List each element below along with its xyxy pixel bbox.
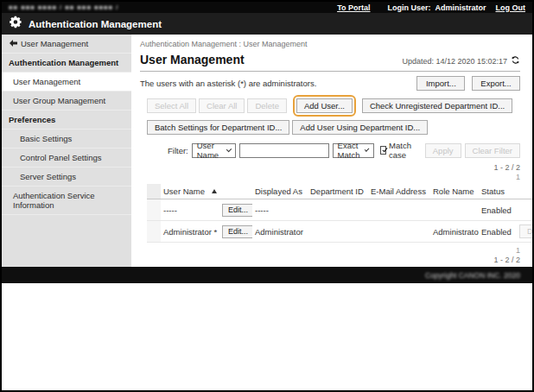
edit-button[interactable]: Edit... xyxy=(222,204,252,217)
sidebar-item-basic-settings[interactable]: Basic Settings xyxy=(2,130,131,149)
cell-role-name: Administrator xyxy=(430,221,479,243)
breadcrumb: Authentication Management : User Managem… xyxy=(140,40,520,48)
header-role-name: Role Name xyxy=(430,184,479,199)
cell-status: Enabled xyxy=(479,199,517,221)
sidebar-item-user-group-management[interactable]: User Group Management xyxy=(2,92,131,111)
filter-keyword-input[interactable] xyxy=(239,143,329,158)
table-header-row: User Name Displayed As Department ID E-M… xyxy=(147,184,532,199)
header-action-column xyxy=(517,184,532,199)
disable-button[interactable]: Disable xyxy=(519,224,532,238)
filter-match-value: Exact Match xyxy=(338,141,366,160)
batch-settings-department-id-button[interactable]: Batch Settings for Department ID... xyxy=(147,120,289,135)
main-content: Authentication Management : User Managem… xyxy=(131,35,532,267)
browser-page: ■■ ■■■ ■■■■ / ■■ ■■■ ■■■■ / To Portal Lo… xyxy=(0,0,534,392)
cell-user-name: Administrator xyxy=(163,227,212,237)
match-case-checkbox[interactable]: Match case xyxy=(380,141,418,160)
user-table: User Name Displayed As Department ID E-M… xyxy=(147,184,532,243)
header-edit-column xyxy=(219,184,252,199)
cell-displayed-as: ----- xyxy=(252,199,308,221)
header-status: Status xyxy=(479,184,517,199)
sidebar-item-authentication-service-information[interactable]: Authentication Service Information xyxy=(2,187,131,215)
pagination-range: 1 - 2 / 2 xyxy=(140,163,520,173)
sort-ascending-icon[interactable] xyxy=(212,189,217,193)
header-department-id: Department ID xyxy=(308,184,368,199)
to-portal-link[interactable]: To Portal xyxy=(337,3,370,12)
app-title: Authentication Management xyxy=(29,19,162,29)
import-button[interactable]: Import... xyxy=(416,76,465,91)
cell-role-name xyxy=(430,199,479,221)
table-row: ----- Edit... ----- Enabled xyxy=(147,199,532,221)
footer-bar: Copyright CANON INC. 2020 xyxy=(2,267,532,283)
add-user-using-department-id-button[interactable]: Add User Using Department ID... xyxy=(292,120,428,135)
edit-button[interactable]: Edit... xyxy=(222,225,252,238)
cell-email xyxy=(368,221,430,243)
pagination-page-number[interactable]: 1 xyxy=(140,246,520,256)
add-user-button[interactable]: Add User... xyxy=(296,98,353,113)
pagination-bottom: 1 1 - 2 / 2 xyxy=(140,246,520,265)
pagination-top: 1 - 2 / 2 1 xyxy=(140,163,520,182)
top-bar: ■■ ■■■ ■■■■ / ■■ ■■■ ■■■■ / To Portal Lo… xyxy=(2,2,532,13)
updated-timestamp: Updated: 14/12 2020 15:02:17 xyxy=(402,57,507,66)
app-bar: Authentication Management xyxy=(2,13,532,35)
admin-asterisk-note: The users with an asterisk (*) are admin… xyxy=(140,79,316,88)
checkbox-checked-icon xyxy=(380,146,387,155)
sidebar-item-control-panel-settings[interactable]: Control Panel Settings xyxy=(2,149,131,168)
login-user-label: Login User: xyxy=(387,3,430,12)
pagination-range: 1 - 2 / 2 xyxy=(140,256,520,265)
cell-department-id xyxy=(308,199,368,221)
cell-email xyxy=(368,199,430,221)
filter-match-select[interactable]: Exact Match xyxy=(333,143,374,158)
sidebar: User Management Authentication Managemen… xyxy=(2,35,131,267)
cell-displayed-as: Administrator xyxy=(252,221,308,243)
cell-department-id xyxy=(308,221,368,243)
match-case-label: Match case xyxy=(389,141,418,160)
device-name-redacted: ■■ ■■■ ■■■■ / ■■ ■■■ ■■■■ / xyxy=(9,3,118,11)
gear-icon xyxy=(10,16,22,32)
header-select-column xyxy=(147,184,161,199)
cell-user-name: ----- xyxy=(163,205,177,215)
select-all-button[interactable]: Select All xyxy=(147,98,196,113)
export-button[interactable]: Export... xyxy=(472,76,520,91)
clear-filter-button[interactable]: Clear Filter xyxy=(465,143,520,158)
sidebar-item-user-management[interactable]: User Management xyxy=(2,73,131,92)
table-row: Administrator * Edit... Administrator Ad… xyxy=(147,221,532,243)
cell-status: Enabled xyxy=(479,221,517,243)
filter-label: Filter: xyxy=(168,146,188,155)
header-displayed-as: Displayed As xyxy=(252,184,308,199)
header-user-name[interactable]: User Name xyxy=(161,184,219,199)
back-arrow-icon xyxy=(10,39,17,48)
blank-area xyxy=(2,283,532,390)
body: User Management Authentication Managemen… xyxy=(2,35,532,267)
admin-asterisk: * xyxy=(214,227,218,237)
filter-field-value: User Name xyxy=(197,141,227,160)
refresh-icon[interactable] xyxy=(511,55,520,66)
header-email-address: E-Mail Address xyxy=(368,184,430,199)
page-title: User Management xyxy=(140,53,245,66)
login-user-value: Administrator xyxy=(435,3,486,12)
copyright-text: Copyright CANON INC. 2020 xyxy=(425,271,520,280)
check-unregistered-department-id-button[interactable]: Check Unregistered Department ID... xyxy=(362,98,512,113)
delete-button[interactable]: Delete xyxy=(247,98,286,113)
pagination-page-number[interactable]: 1 xyxy=(140,173,520,182)
sidebar-section-preferences[interactable]: Preferences xyxy=(2,111,131,130)
sidebar-section-authentication-management[interactable]: Authentication Management xyxy=(2,54,131,73)
sidebar-back-label: User Management xyxy=(21,39,88,48)
sidebar-back-user-management[interactable]: User Management xyxy=(2,35,131,54)
add-user-highlight-callout: Add User... xyxy=(293,95,356,117)
clear-all-button[interactable]: Clear All xyxy=(199,98,245,113)
apply-button[interactable]: Apply xyxy=(425,143,461,158)
sidebar-item-server-settings[interactable]: Server Settings xyxy=(2,168,131,187)
log-out-link[interactable]: Log Out xyxy=(496,3,526,12)
filter-field-select[interactable]: User Name xyxy=(192,143,236,158)
